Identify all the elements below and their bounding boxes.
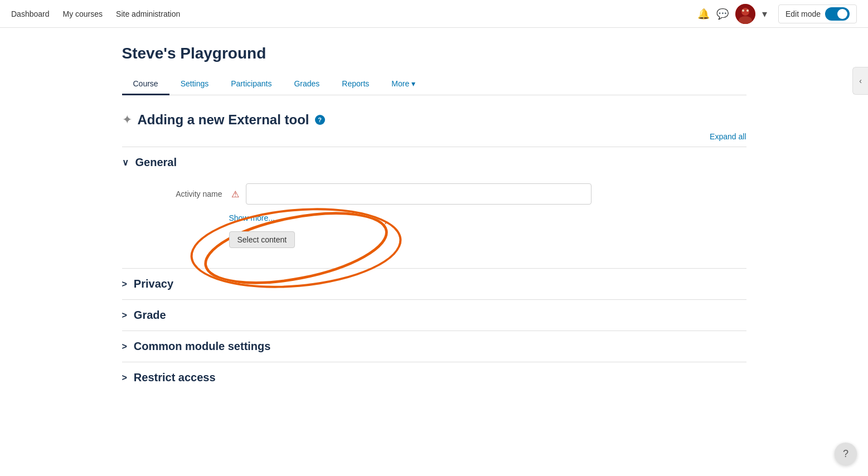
plugin-icon: ✦ bbox=[122, 113, 132, 127]
restrict-access-chevron-icon: > bbox=[122, 373, 127, 383]
general-section-title: General bbox=[135, 156, 177, 169]
page-heading: ✦ Adding a new External tool ? bbox=[122, 112, 746, 128]
nav-dashboard[interactable]: Dashboard bbox=[11, 9, 50, 18]
activity-name-input[interactable] bbox=[246, 183, 591, 205]
tab-more-label: More bbox=[391, 79, 409, 88]
page-title: Adding a new External tool bbox=[138, 112, 309, 128]
section-common-module-header[interactable]: > Common module settings bbox=[122, 331, 746, 362]
svg-point-1 bbox=[741, 8, 749, 16]
course-tabs: Course Settings Participants Grades Repo… bbox=[122, 74, 746, 95]
svg-point-3 bbox=[742, 9, 744, 12]
expand-all-row: Expand all bbox=[122, 132, 746, 141]
select-content-button[interactable]: Select content bbox=[229, 231, 295, 248]
sidebar-collapse-button[interactable]: ‹ bbox=[852, 67, 868, 95]
section-grade-header[interactable]: > Grade bbox=[122, 300, 746, 331]
tab-more[interactable]: More ▾ bbox=[380, 74, 426, 95]
collapse-icon: ‹ bbox=[859, 76, 862, 85]
svg-point-4 bbox=[746, 9, 749, 12]
nav-site-administration[interactable]: Site administration bbox=[116, 9, 180, 18]
main-content: Steve's Playground Course Settings Parti… bbox=[100, 28, 769, 410]
activity-name-row: Activity name ⚠ bbox=[122, 183, 746, 205]
privacy-chevron-icon: > bbox=[122, 279, 127, 289]
grade-section-title: Grade bbox=[134, 309, 166, 322]
tab-participants[interactable]: Participants bbox=[220, 74, 283, 95]
select-content-area: Select content bbox=[229, 231, 746, 248]
section-privacy: > Privacy bbox=[122, 268, 746, 299]
privacy-section-title: Privacy bbox=[134, 278, 173, 290]
page-help-icon[interactable]: ? bbox=[315, 115, 325, 125]
tab-course[interactable]: Course bbox=[122, 74, 169, 95]
section-privacy-header[interactable]: > Privacy bbox=[122, 269, 746, 299]
svg-marker-6 bbox=[384, 214, 394, 224]
general-section-content: Activity name ⚠ Show more... Select cont… bbox=[122, 178, 746, 268]
tab-settings[interactable]: Settings bbox=[169, 74, 220, 95]
notifications-icon[interactable]: 🔔 bbox=[697, 8, 710, 20]
restrict-access-section-title: Restrict access bbox=[134, 371, 216, 384]
tab-grades[interactable]: Grades bbox=[283, 74, 331, 95]
general-chevron-icon: ∨ bbox=[122, 157, 129, 168]
top-nav-right: 🔔 💬 ▾ Edit mode bbox=[697, 4, 857, 24]
chat-icon[interactable]: 💬 bbox=[716, 8, 729, 20]
section-general: ∨ General Activity name ⚠ Show more... bbox=[122, 147, 746, 268]
common-module-chevron-icon: > bbox=[122, 342, 127, 352]
section-grade: > Grade bbox=[122, 299, 746, 331]
edit-mode-label: Edit mode bbox=[785, 9, 821, 18]
required-indicator: ⚠ bbox=[231, 189, 239, 200]
course-title: Steve's Playground bbox=[122, 45, 746, 62]
top-navigation: Dashboard My courses Site administration… bbox=[0, 0, 868, 28]
edit-mode-container: Edit mode bbox=[778, 4, 857, 23]
section-restrict-access: > Restrict access bbox=[122, 362, 746, 393]
tab-more-chevron: ▾ bbox=[411, 79, 415, 88]
show-more-link[interactable]: Show more... bbox=[229, 213, 275, 222]
section-common-module: > Common module settings bbox=[122, 331, 746, 362]
common-module-section-title: Common module settings bbox=[134, 340, 271, 353]
top-nav-links: Dashboard My courses Site administration bbox=[11, 9, 180, 18]
edit-mode-toggle[interactable] bbox=[825, 7, 850, 21]
user-menu-chevron[interactable]: ▾ bbox=[762, 8, 767, 20]
tab-reports[interactable]: Reports bbox=[331, 74, 380, 95]
section-restrict-access-header[interactable]: > Restrict access bbox=[122, 362, 746, 393]
section-general-header[interactable]: ∨ General bbox=[122, 147, 746, 178]
expand-all-button[interactable]: Expand all bbox=[710, 132, 746, 141]
activity-name-label: Activity name bbox=[122, 190, 222, 198]
grade-chevron-icon: > bbox=[122, 310, 127, 320]
nav-my-courses[interactable]: My courses bbox=[63, 9, 103, 18]
avatar[interactable] bbox=[735, 4, 755, 24]
